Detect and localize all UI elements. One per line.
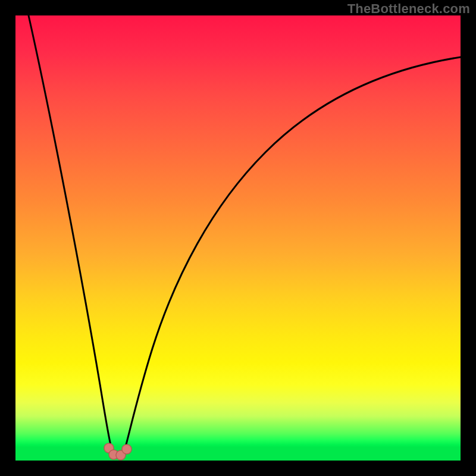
attribution-label: TheBottleneck.com: [347, 2, 470, 15]
chart-plot-area: [15, 15, 461, 461]
chart-curves: [15, 15, 461, 461]
curve-left-branch: [29, 15, 112, 452]
marker-dot: [122, 444, 131, 454]
curve-right-branch: [124, 57, 461, 453]
valley-markers: [104, 443, 131, 460]
chart-frame: TheBottleneck.com: [0, 0, 476, 476]
